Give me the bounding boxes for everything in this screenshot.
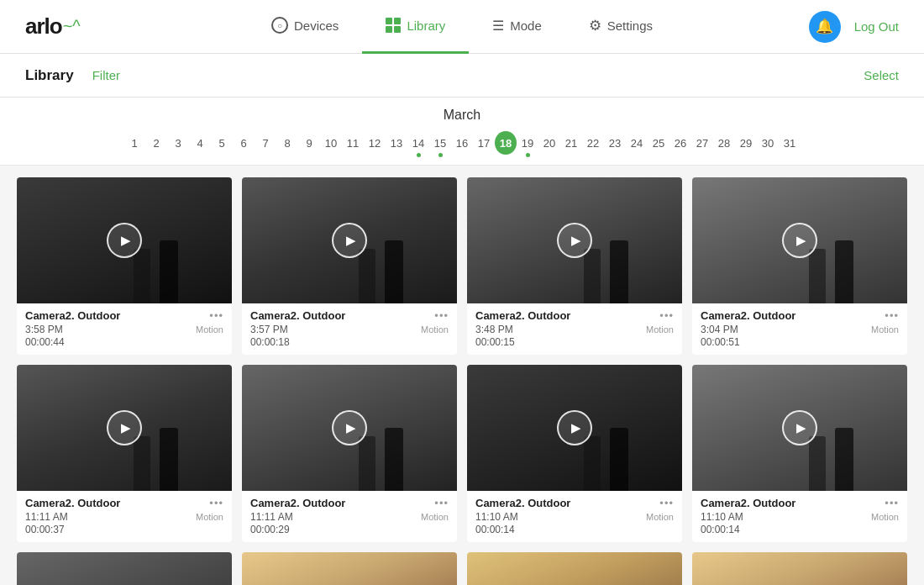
calendar-date-21[interactable]: 21: [560, 131, 582, 155]
logout-button[interactable]: Log Out: [854, 19, 899, 34]
silhouette-1: [835, 428, 853, 491]
video-thumbnail[interactable]: ▶: [692, 177, 907, 303]
calendar-date-12[interactable]: 12: [364, 131, 386, 155]
motion-badge: Motion: [871, 512, 899, 522]
calendar-date-18[interactable]: 18: [495, 131, 517, 155]
silhouette-2: [359, 436, 375, 491]
date-number: 5: [218, 137, 224, 150]
more-options-button[interactable]: •••: [434, 498, 449, 509]
date-number: 6: [240, 137, 246, 150]
devices-icon: ○: [271, 17, 288, 34]
calendar-date-6[interactable]: 6: [233, 131, 255, 155]
more-options-button[interactable]: •••: [209, 498, 223, 509]
library-page-title: Library: [25, 67, 74, 84]
play-button[interactable]: ▶: [107, 223, 142, 258]
camera-name: Camera2. Outdoor: [250, 309, 345, 322]
duration-text: 00:00:14: [701, 524, 740, 535]
video-thumbnail[interactable]: ▶: [467, 552, 682, 585]
video-card: ▶ Camera1. Home ••• 9:56 AM Motion 00:00…: [242, 552, 457, 585]
calendar-date-10[interactable]: 10: [320, 131, 342, 155]
duration-row: 00:00:37: [25, 524, 223, 535]
video-thumbnail[interactable]: ▶: [17, 365, 232, 491]
more-options-button[interactable]: •••: [209, 310, 223, 321]
play-button[interactable]: ▶: [107, 410, 142, 445]
date-number: 10: [325, 137, 337, 150]
calendar-date-11[interactable]: 11: [342, 131, 364, 155]
more-options-button[interactable]: •••: [434, 310, 449, 321]
date-number: 23: [609, 137, 621, 150]
filter-button[interactable]: Filter: [92, 68, 120, 82]
calendar-date-27[interactable]: 27: [691, 131, 713, 155]
video-info-row: Camera2. Outdoor •••: [25, 497, 223, 509]
calendar-date-31[interactable]: 31: [779, 131, 801, 155]
calendar-date-4[interactable]: 4: [189, 131, 211, 155]
calendar-date-3[interactable]: 3: [167, 131, 189, 155]
calendar-date-17[interactable]: 17: [473, 131, 495, 155]
play-button[interactable]: ▶: [782, 223, 817, 258]
video-thumbnail[interactable]: ▶: [467, 365, 682, 491]
select-button[interactable]: Select: [864, 68, 899, 82]
calendar-date-15[interactable]: 15: [429, 131, 451, 155]
calendar-date-28[interactable]: 28: [713, 131, 735, 155]
calendar-date-23[interactable]: 23: [604, 131, 626, 155]
more-options-button[interactable]: •••: [659, 310, 674, 321]
video-thumbnail[interactable]: ▶: [467, 177, 682, 303]
calendar-date-13[interactable]: 13: [386, 131, 407, 155]
more-options-button[interactable]: •••: [885, 498, 899, 509]
calendar-date-8[interactable]: 8: [276, 131, 298, 155]
play-icon: ▶: [121, 420, 131, 435]
duration-row: 00:00:18: [250, 336, 449, 348]
video-info: Camera2. Outdoor ••• 3:04 PM Motion 00:0…: [692, 303, 907, 355]
calendar-date-7[interactable]: 7: [255, 131, 276, 155]
video-thumbnail[interactable]: ▶: [17, 552, 232, 585]
calendar-date-1[interactable]: 1: [123, 131, 145, 155]
more-options-button[interactable]: •••: [659, 498, 674, 509]
video-thumbnail[interactable]: ▶: [242, 552, 457, 585]
calendar-date-19[interactable]: 19: [517, 131, 538, 155]
calendar-date-30[interactable]: 30: [757, 131, 779, 155]
notification-button[interactable]: 🔔: [809, 11, 841, 43]
calendar-date-29[interactable]: 29: [735, 131, 757, 155]
date-number: 11: [347, 137, 359, 150]
header: arlo ~^ ○ Devices Library ☰ Mode ⚙ Setti…: [0, 0, 924, 54]
video-info-row: Camera2. Outdoor •••: [701, 497, 899, 509]
calendar-date-16[interactable]: 16: [451, 131, 473, 155]
calendar-date-2[interactable]: 2: [145, 131, 167, 155]
nav-item-devices[interactable]: ○ Devices: [248, 0, 362, 54]
play-button[interactable]: ▶: [332, 410, 367, 445]
play-button[interactable]: ▶: [782, 410, 817, 445]
more-options-button[interactable]: •••: [885, 310, 899, 321]
video-thumbnail[interactable]: ▶: [17, 177, 232, 303]
video-info: Camera2. Outdoor ••• 11:11 AM Motion 00:…: [242, 491, 457, 542]
duration-row: 00:00:29: [250, 524, 449, 535]
video-thumbnail[interactable]: ▶: [692, 552, 907, 585]
video-thumbnail[interactable]: ▶: [242, 177, 457, 303]
duration-row: 00:00:14: [701, 524, 899, 535]
video-card: ▶ Camera2. Outdoor ••• 11:10 AM Motion 0…: [692, 365, 907, 542]
calendar-date-14[interactable]: 14: [407, 131, 429, 155]
nav-item-library[interactable]: Library: [362, 0, 469, 54]
play-button[interactable]: ▶: [332, 223, 367, 258]
calendar-date-26[interactable]: 26: [669, 131, 691, 155]
nav-item-mode[interactable]: ☰ Mode: [469, 0, 565, 54]
video-thumbnail[interactable]: ▶: [692, 365, 907, 491]
video-thumbnail[interactable]: ▶: [242, 365, 457, 491]
calendar-date-24[interactable]: 24: [626, 131, 648, 155]
duration-text: 00:00:18: [250, 336, 290, 348]
calendar-date-5[interactable]: 5: [211, 131, 233, 155]
play-icon: ▶: [346, 420, 356, 435]
play-button[interactable]: ▶: [557, 410, 592, 445]
play-button[interactable]: ▶: [557, 223, 592, 258]
calendar-date-25[interactable]: 25: [648, 131, 669, 155]
video-info: Camera2. Outdoor ••• 3:57 PM Motion 00:0…: [242, 303, 457, 355]
nav-item-settings[interactable]: ⚙ Settings: [565, 0, 676, 54]
calendar-date-22[interactable]: 22: [582, 131, 604, 155]
time-row: 11:11 AM Motion: [250, 511, 449, 523]
calendar-date-20[interactable]: 20: [538, 131, 560, 155]
nav-library-label: Library: [407, 18, 445, 33]
content-area: ▶ Camera2. Outdoor ••• 3:58 PM Motion 00…: [0, 166, 924, 585]
calendar-date-9[interactable]: 9: [298, 131, 320, 155]
video-info: Camera2. Outdoor ••• 3:48 PM Motion 00:0…: [467, 303, 682, 355]
date-number: 7: [262, 137, 268, 150]
sub-header: Library Filter Select: [0, 54, 924, 98]
